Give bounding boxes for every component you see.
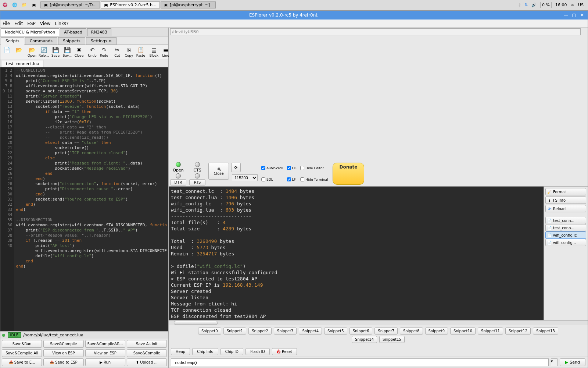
info-button[interactable]: Heap xyxy=(171,348,190,355)
menu-links[interactable]: Links? xyxy=(55,21,68,26)
top-tab[interactable]: NodeMCU & MicroPython xyxy=(1,28,59,36)
network-icon[interactable]: ⇅ xyxy=(524,3,528,7)
action-button[interactable]: Save As init xyxy=(127,340,167,348)
lang-indicator[interactable]: US xyxy=(578,3,584,7)
tool-block[interactable]: ▤Block xyxy=(148,46,160,58)
rts-button[interactable]: RTS xyxy=(189,179,205,185)
reset-button[interactable]: ⏻ Reset xyxy=(272,348,297,355)
action-button[interactable]: Save&Compile&R... xyxy=(85,340,125,348)
action-button[interactable]: Save&Compile xyxy=(43,340,83,348)
file-tab[interactable]: test_connect.lua xyxy=(2,60,43,67)
tool-copy[interactable]: ⎘Copy xyxy=(123,46,135,58)
volume-icon[interactable]: 🔊 xyxy=(531,3,537,7)
action-button[interactable]: View on ESP xyxy=(85,349,125,357)
snippet-button[interactable]: Snippet15 xyxy=(379,336,405,343)
tool-button[interactable]: 📂 xyxy=(13,46,25,58)
eject-icon[interactable]: ⏏ xyxy=(571,3,574,7)
tool-button[interactable]: 📄 xyxy=(1,46,13,58)
format-button[interactable]: 🧹Format xyxy=(545,188,586,195)
action-button[interactable]: Save&Run xyxy=(2,340,42,348)
snippet-button[interactable]: Snippet12 xyxy=(505,328,531,335)
menu-esp[interactable]: ESP xyxy=(27,21,35,26)
menu-view[interactable]: View xyxy=(40,21,50,26)
tool-paste[interactable]: 📋Paste xyxy=(135,46,147,58)
action-button[interactable]: Save&Compile xyxy=(127,349,167,357)
refresh-button[interactable]: ⟳ xyxy=(231,163,241,172)
bluetooth-icon[interactable]: ∦ xyxy=(519,3,521,7)
fsinfo-button[interactable]: ℹFS Info xyxy=(545,197,586,204)
snippet-button[interactable]: Snippet2 xyxy=(248,328,272,335)
file-button[interactable]: 📄wifi_config... xyxy=(545,239,586,246)
snippet-button[interactable]: Snippet7 xyxy=(374,328,398,335)
lf-checkbox[interactable]: LF xyxy=(287,174,297,185)
sub-tab-commands[interactable]: Commands xyxy=(25,37,57,45)
info-button[interactable]: Chip Info xyxy=(192,348,218,355)
menu-file[interactable]: File xyxy=(3,21,10,26)
tool-save[interactable]: 💾Save xyxy=(50,46,61,58)
snippet-button[interactable]: Snippet10 xyxy=(450,328,476,335)
tool-open[interactable]: 📂Open xyxy=(26,46,38,58)
sub-tab-settings[interactable]: Settings ⚙ xyxy=(86,37,117,45)
snippet-button[interactable]: Snippet3 xyxy=(274,328,297,335)
sub-tab-snippets[interactable]: Snippets xyxy=(58,37,85,45)
snippet-button[interactable]: Snippet14 xyxy=(352,336,377,343)
snippet-button[interactable]: Snippet13 xyxy=(533,328,558,335)
close-port-button[interactable]: 🔌 Close xyxy=(208,163,229,180)
titlebar[interactable]: ESPlorer v0.2.0-rc5 by 4refr0nt — ▢ ✕ xyxy=(0,11,588,20)
snippet-button[interactable]: Snippet1 xyxy=(223,328,247,335)
taskbar-item[interactable]: ▣[pi@raspberrypi: ~/D... xyxy=(40,1,100,8)
raspberry-icon[interactable]: ❂ xyxy=(1,1,9,9)
bottom-action-button[interactable]: ▶ Run xyxy=(85,358,125,366)
terminal-hscroll[interactable] xyxy=(169,320,588,325)
snippet-button[interactable]: Snippet8 xyxy=(400,328,423,335)
command-history-dropdown[interactable]: ▾ xyxy=(551,358,557,366)
bottom-action-button[interactable]: 📤 Send to ESP xyxy=(43,358,83,366)
file-button[interactable]: 📄test_conn... xyxy=(545,224,586,231)
taskbar-item[interactable]: ▣[pi@raspberrypi: ~] xyxy=(161,1,216,8)
file-button[interactable]: 📄wifi_config.lc xyxy=(545,231,586,239)
info-button[interactable]: Chip ID xyxy=(220,348,243,355)
action-button[interactable]: View on ESP xyxy=(43,349,83,357)
tool-redo[interactable]: ↷Redo xyxy=(98,46,110,58)
file-button[interactable]: 📄test_conn... xyxy=(545,217,586,224)
action-button[interactable]: Save&Compile All xyxy=(2,349,42,357)
snippet-button[interactable]: Snippet5 xyxy=(324,328,347,335)
snippet-button[interactable]: Snippet11 xyxy=(478,328,503,335)
close-icon[interactable]: ✕ xyxy=(580,13,585,18)
tool-cut[interactable]: ✂Cut xyxy=(111,46,123,58)
code-editor[interactable]: 1 2 3 4 5 6 7 8 9 10 11 12 13 14 15 16 1… xyxy=(0,67,168,331)
top-tab[interactable]: RN2483 xyxy=(87,28,111,36)
maximize-icon[interactable]: ▢ xyxy=(571,13,577,18)
menu-edit[interactable]: Edit xyxy=(14,21,23,26)
port-select[interactable]: /dev/ttyUSB0 xyxy=(170,28,581,35)
bottom-action-button[interactable]: 📥 Save to E... xyxy=(2,358,42,366)
donate-button[interactable]: Donate xyxy=(333,163,365,185)
tool-sav[interactable]: 💾Sav... xyxy=(61,46,73,58)
hide-editor-checkbox[interactable]: Hide Editor xyxy=(300,163,328,173)
bottom-action-button[interactable]: ⬆ Upload ... xyxy=(127,358,167,366)
eol-checkbox[interactable]: EOL xyxy=(261,174,283,185)
terminal-icon[interactable]: ▣ xyxy=(30,1,37,9)
command-input[interactable] xyxy=(171,358,549,366)
taskbar-item[interactable]: ▣ESPlorer v0.2.0-rc5 b... xyxy=(101,1,160,8)
info-button[interactable]: Flash ID xyxy=(245,348,270,355)
snippet-button[interactable]: Snippet6 xyxy=(349,328,373,335)
terminal[interactable]: test_connect.lc : 1484 bytes test_connec… xyxy=(169,187,544,320)
sub-tab-scripts[interactable]: Scripts xyxy=(1,37,24,45)
snippet-button[interactable]: Snippet9 xyxy=(425,328,448,335)
tool-relo[interactable]: 🔄Relo... xyxy=(38,46,50,58)
hide-terminal-checkbox[interactable]: Hide Terminal xyxy=(300,174,328,185)
snippet-button[interactable]: Snippet0 xyxy=(198,328,221,335)
minimize-icon[interactable]: — xyxy=(563,13,569,18)
snippet-button[interactable]: Snippet4 xyxy=(299,328,322,335)
tool-close[interactable]: ✖Close xyxy=(73,46,85,58)
autoscroll-checkbox[interactable]: AutoScroll xyxy=(261,163,283,173)
cr-checkbox[interactable]: CR xyxy=(287,163,297,173)
send-button[interactable]: ▶Send xyxy=(560,358,585,366)
tool-undo[interactable]: ↶Undo xyxy=(86,46,98,58)
files-icon[interactable]: 📁 xyxy=(21,1,28,9)
reload-button[interactable]: ⟳Reload xyxy=(545,205,586,212)
top-tab[interactable]: AT-based xyxy=(60,28,86,36)
web-icon[interactable]: 🌐 xyxy=(11,1,18,9)
baud-select[interactable]: 115200 xyxy=(232,174,258,181)
